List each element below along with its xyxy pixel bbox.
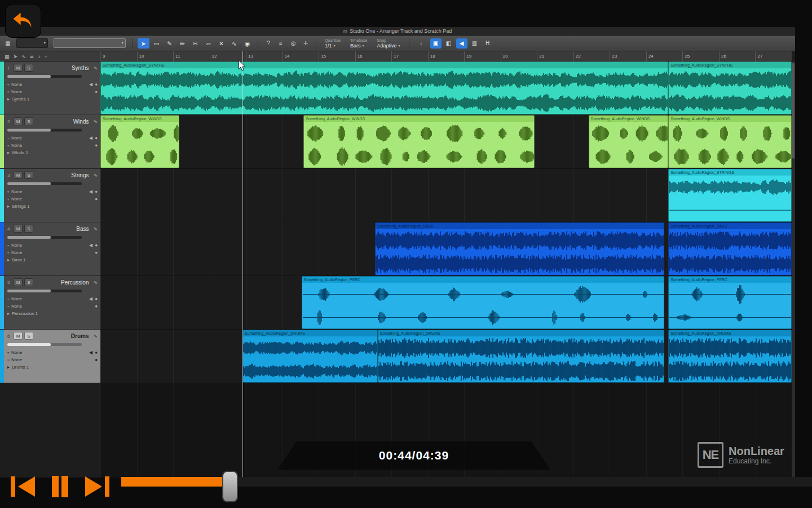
knob-icon[interactable]: ● [95,196,98,202]
track-header[interactable]: 5MSPercussion∿▾None◀●▾None●▸Percussion 1 [0,276,100,330]
vertical-scrollbar[interactable] [792,62,795,478]
speaker-icon[interactable]: ◀ [89,82,92,87]
video-progress-bar[interactable] [121,477,812,487]
snap-control[interactable]: Snap Adaptive▾ [377,38,400,49]
input-monitor-icon[interactable]: ◧ [443,38,454,49]
track-fader[interactable] [7,129,82,132]
audio-clip[interactable]: Something_AudioRegion_PERC [668,276,792,329]
track-lane[interactable]: Something_AudioRegion_STRINGS [100,169,792,222]
scrollbar-thumb[interactable] [792,63,795,159]
speaker-icon[interactable]: ◀ [89,189,92,194]
timeline-ruler[interactable]: 9101112131415161718192021222324252627 [100,51,792,62]
knob-icon[interactable]: ● [95,243,98,248]
track-lane[interactable]: Something_AudioRegion_DRUMSSomething_Aud… [100,330,792,383]
knob-icon[interactable]: ● [95,82,98,87]
audio-clip[interactable]: Something_AudioRegion_DRUMS [242,330,378,383]
speaker-icon[interactable]: ◀ [89,243,92,248]
knob-icon[interactable]: ● [95,350,98,355]
audio-clip[interactable]: Something_AudioRegion_SYNTHS [100,62,668,115]
send-slot[interactable]: ▾None● [7,88,98,95]
bend-tool[interactable]: ∿ [228,38,240,49]
timebase-control[interactable]: Timebase Bars▾ [350,38,367,49]
range-tool[interactable]: ▭ [151,38,162,49]
speaker-icon[interactable]: ◀ [89,135,92,141]
track-lane[interactable]: Something_AudioRegion_BASSSomething_Audi… [100,222,792,276]
track-lane[interactable]: Something_AudioRegion_PERCSomething_Audi… [100,276,792,330]
send-slot[interactable]: ▾None● [7,195,98,203]
knob-icon[interactable]: ● [95,250,98,255]
knob-icon[interactable]: ● [95,89,98,94]
solo-button[interactable]: S [24,278,33,286]
pause-button[interactable] [45,473,74,500]
listen-tool[interactable]: ◉ [241,38,253,49]
knob-icon[interactable]: ● [95,304,98,309]
mute-button[interactable]: M [14,171,23,179]
knob-icon[interactable]: ● [95,189,98,194]
knob-icon[interactable]: ● [95,296,98,301]
track-header[interactable]: 3MSStrings∿▾None◀●▾None●▸Strings 1 [0,169,100,222]
note-icon[interactable]: ♪ [38,54,41,59]
mute-button[interactable]: M [14,332,23,340]
audio-clip[interactable]: Something_AudioRegion_SYNTHS [668,62,792,115]
audio-clip[interactable]: Something_AudioRegion_WINDS [303,115,534,168]
track-fader[interactable] [7,182,82,185]
track-header[interactable]: 4MSBass∿▾None◀●▾None●▸Bass 1 [0,222,100,276]
tempo-display[interactable]: ▾ [16,38,48,48]
audio-clip[interactable]: Something_AudioRegion_WINDS [668,115,792,168]
send-slot[interactable]: ▾None◀● [7,188,98,195]
precount-toggle[interactable]: ▣ [430,38,442,49]
track-height-icon[interactable]: H [482,38,493,49]
layout-icon[interactable]: ▦ [3,38,13,49]
video-scrubber-handle[interactable] [222,471,238,502]
quantize-control[interactable]: Quantize 1/1▾ [325,38,341,49]
skip-back-button[interactable] [8,473,37,500]
send-slot[interactable]: ▾None◀● [7,349,98,356]
track-header[interactable]: 2MSWinds∿▾None◀●▾None●▸Winds 1 [0,115,100,169]
audio-clip[interactable]: Something_AudioRegion_STRINGS [668,169,792,222]
zoom-icon[interactable]: ◎ [288,38,299,49]
metronome-icon[interactable]: ♩ [417,38,429,49]
audio-clip[interactable]: Something_AudioRegion_PERC [302,276,665,329]
audio-clip[interactable]: Something_AudioRegion_BASS [375,222,665,275]
wave-icon[interactable]: ∿ [21,54,26,59]
send-slot[interactable]: ▾None◀● [7,295,98,303]
audio-clip[interactable]: Something_AudioRegion_BASS [668,222,792,275]
mute-button[interactable]: M [14,64,23,72]
knob-icon[interactable]: ● [95,357,98,362]
solo-button[interactable]: S [24,64,33,72]
audio-clip[interactable]: Something_AudioRegion_WINDS [100,115,179,168]
audio-clip[interactable]: Something_AudioRegion_DRUMS [378,330,665,383]
eraser-tool[interactable]: ▱ [202,38,214,49]
skip-forward-button[interactable] [82,473,112,500]
solo-button[interactable]: S [24,171,33,179]
track-header[interactable]: 6MSDrums∿▾None◀●▾None●▸Drums 1 [0,330,100,383]
track-lane[interactable]: Something_AudioRegion_WINDSSomething_Aud… [100,115,792,169]
mixer-icon[interactable]: ▥ [469,38,480,49]
send-slot[interactable]: ▾None● [7,249,98,256]
track-fader[interactable] [7,236,82,239]
send-slot[interactable]: ▾None◀● [7,242,98,249]
solo-button[interactable]: S [24,332,33,340]
arrow-tool[interactable]: ➤ [138,38,149,49]
pointer-icon[interactable]: ➤ [14,54,18,59]
knob-icon[interactable]: ● [95,143,98,148]
marker-icon[interactable]: ≡ [275,38,286,49]
send-slot[interactable]: ▾None◀● [7,81,98,88]
split-tool[interactable]: ✂ [189,38,201,49]
audio-clip[interactable]: Something_AudioRegion_DRUMS [668,330,792,383]
pencil-tool[interactable]: ✎ [164,38,175,49]
send-slot[interactable]: ▾None◀● [7,134,98,142]
send-slot[interactable]: ▾None● [7,303,98,310]
speaker-toggle[interactable]: ◀ [456,38,467,49]
mute-button[interactable]: M [14,278,23,286]
track-fader[interactable] [7,290,82,292]
solo-button[interactable]: S [24,225,33,233]
speaker-icon[interactable]: ◀ [89,296,92,301]
list-icon[interactable]: ≣ [30,54,34,59]
arrangement[interactable]: Something_AudioRegion_SYNTHSSomething_Au… [100,62,792,478]
grid-icon[interactable]: ▦ [5,54,10,59]
track-fader[interactable] [7,75,82,78]
track-lane[interactable]: Something_AudioRegion_SYNTHSSomething_Au… [100,62,792,115]
send-slot[interactable]: ▾None● [7,356,98,364]
mute-button[interactable]: M [14,225,23,233]
